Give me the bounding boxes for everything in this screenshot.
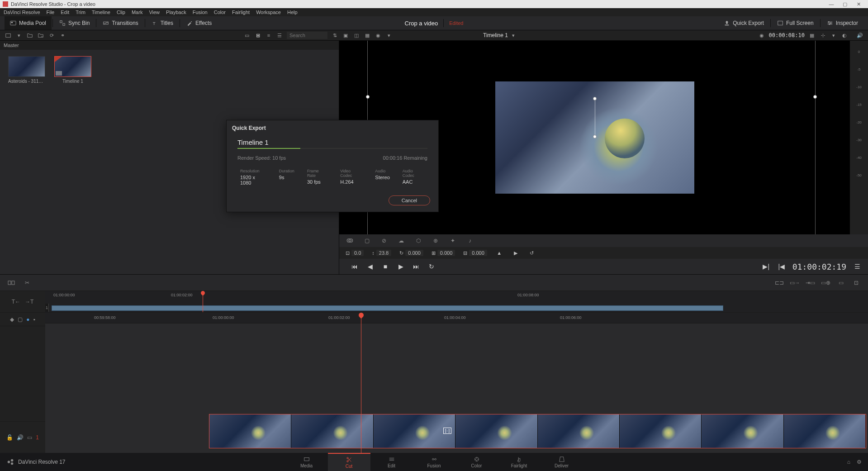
- video-track-icon[interactable]: ▭: [27, 434, 32, 441]
- menu-color[interactable]: Color: [214, 10, 226, 15]
- minimize-button[interactable]: —: [825, 1, 838, 7]
- folder-add-icon[interactable]: +: [37, 32, 44, 39]
- page-media[interactable]: Media: [285, 453, 328, 471]
- dynamic-zoom-icon[interactable]: ⊘: [380, 237, 388, 245]
- search-input[interactable]: [287, 32, 327, 39]
- timeline-dropdown-label[interactable]: Timeline 1: [483, 32, 508, 38]
- page-fusion[interactable]: Fusion: [413, 453, 455, 471]
- loop-button[interactable]: ↻: [427, 262, 436, 271]
- inspector-button[interactable]: Inspector: [821, 20, 863, 26]
- mini-playhead[interactable]: [203, 291, 203, 312]
- clip-thumbnail[interactable]: Asteroids - 31105...: [8, 56, 45, 84]
- transitions-button[interactable]: Transitions: [97, 16, 143, 30]
- jump-start-button[interactable]: ⏮: [350, 262, 359, 271]
- reset-icon[interactable]: ↺: [528, 249, 536, 257]
- rotation-value[interactable]: 0.000: [405, 250, 423, 256]
- link-icon[interactable]: ⚭: [59, 32, 66, 39]
- menu-edit[interactable]: Edit: [61, 10, 69, 15]
- settings-icon[interactable]: ⚙: [857, 459, 862, 465]
- chevron-down-icon[interactable]: ▾: [385, 32, 393, 39]
- sync-icon[interactable]: ●: [26, 316, 29, 323]
- source-overwrite-icon[interactable]: ⊡: [851, 277, 862, 288]
- page-cut[interactable]: Cut: [328, 453, 370, 471]
- mute-icon[interactable]: 🔊: [17, 434, 24, 441]
- append-icon[interactable]: ▭→: [789, 277, 800, 288]
- record-icon[interactable]: ◉: [375, 32, 382, 39]
- sort-icon[interactable]: ⇅: [331, 32, 338, 39]
- view-grid-icon[interactable]: ⊞: [254, 32, 261, 39]
- transform-icon[interactable]: ▢: [363, 237, 371, 245]
- play-reverse-button[interactable]: ◀: [365, 262, 375, 271]
- menu-fusion[interactable]: Fusion: [193, 10, 208, 15]
- crop-icon[interactable]: ↂ: [346, 237, 354, 245]
- flip-h-icon[interactable]: ▲: [495, 249, 503, 257]
- cancel-button[interactable]: Cancel: [389, 195, 430, 205]
- sync-bin-button[interactable]: Sync Bin: [54, 16, 95, 30]
- menu-workspace[interactable]: Workspace: [256, 10, 281, 15]
- flag-icon[interactable]: ▢: [18, 316, 23, 323]
- dual-icon[interactable]: ◫: [353, 32, 360, 39]
- control-handle[interactable]: [366, 95, 370, 99]
- page-color[interactable]: Color: [455, 453, 498, 471]
- menu-fairlight[interactable]: Fairlight: [232, 10, 250, 15]
- eye-icon[interactable]: ◉: [758, 32, 765, 39]
- effects-button[interactable]: Effects: [181, 16, 217, 30]
- menu-davinci[interactable]: DaVinci Resolve: [4, 10, 40, 15]
- menu-trim[interactable]: Trim: [76, 10, 85, 15]
- refresh-icon[interactable]: ⟳: [48, 32, 55, 39]
- boring-detector-icon[interactable]: [6, 277, 17, 288]
- import-icon[interactable]: [5, 32, 12, 39]
- play-button[interactable]: ▶: [396, 262, 405, 271]
- chevron-down-icon[interactable]: ▾: [510, 32, 517, 39]
- speed-icon[interactable]: ☁: [397, 237, 405, 245]
- view-detail-icon[interactable]: ☰: [276, 32, 283, 39]
- playhead[interactable]: [361, 313, 361, 453]
- safe-area-icon[interactable]: ▦: [808, 32, 816, 39]
- stop-button[interactable]: ■: [381, 262, 390, 271]
- angle-value[interactable]: 23.8: [376, 250, 391, 256]
- film-icon[interactable]: ▣: [342, 32, 349, 39]
- timeline-tracks[interactable]: 00:59:58:00 01:00:00:00 01:00:02:00 01:0…: [45, 313, 868, 453]
- y-value[interactable]: 0.000: [469, 250, 487, 256]
- zoom-value[interactable]: 0.0: [351, 250, 364, 256]
- lock-track-icon[interactable]: 🔓: [6, 434, 13, 441]
- place-top-icon[interactable]: ▭: [835, 277, 846, 288]
- bypass-icon[interactable]: ◐: [841, 32, 848, 39]
- menu-timeline[interactable]: Timeline: [92, 10, 110, 15]
- menu-icon[interactable]: ☰: [853, 262, 862, 271]
- media-pool-button[interactable]: Media Pool: [5, 16, 52, 30]
- ripple-icon[interactable]: ⇥▭: [805, 277, 816, 288]
- menu-help[interactable]: Help: [287, 10, 298, 15]
- next-edit-button[interactable]: ▶|: [762, 262, 771, 271]
- tool-b-icon[interactable]: →T: [25, 299, 33, 305]
- control-handle[interactable]: [813, 95, 817, 99]
- color-icon[interactable]: ✦: [449, 237, 457, 245]
- lock-icon[interactable]: ▪: [33, 316, 35, 323]
- close-button[interactable]: ✕: [852, 1, 865, 7]
- master-bin-label[interactable]: Master: [0, 41, 339, 50]
- control-handle[interactable]: [593, 135, 597, 138]
- control-handle[interactable]: [593, 97, 597, 100]
- chevron-down-icon[interactable]: ▾: [15, 32, 23, 39]
- grid-icon[interactable]: ▦: [364, 32, 371, 39]
- menu-mark[interactable]: Mark: [132, 10, 142, 15]
- view-strip-icon[interactable]: ▭: [243, 32, 251, 39]
- guides-icon[interactable]: ⊹: [819, 32, 826, 39]
- menu-clip[interactable]: Clip: [117, 10, 125, 15]
- folder-icon[interactable]: [26, 32, 33, 39]
- mini-timeline-track[interactable]: 01:00:00:00 01:00:02:00 01:00:08:00 1: [45, 291, 868, 312]
- page-fairlight[interactable]: Fairlight: [498, 453, 541, 471]
- quick-export-button[interactable]: Quick Export: [718, 20, 769, 26]
- view-list-icon[interactable]: ≡: [265, 32, 272, 39]
- full-screen-button[interactable]: Full Screen: [772, 20, 819, 26]
- stabilize-icon[interactable]: ⬡: [414, 237, 422, 245]
- close-up-icon[interactable]: ▭⊕: [820, 277, 831, 288]
- tool-a-icon[interactable]: T←: [12, 299, 20, 305]
- scissors-icon[interactable]: ✂: [22, 277, 33, 288]
- timeline-ruler[interactable]: 00:59:58:00 01:00:00:00 01:00:02:00 01:0…: [45, 313, 868, 324]
- audio-icon[interactable]: ♪: [466, 237, 474, 245]
- speaker-icon[interactable]: 🔊: [856, 32, 863, 39]
- prev-edit-button[interactable]: |◀: [777, 262, 786, 271]
- mini-clip[interactable]: [52, 305, 723, 311]
- flip-v-icon[interactable]: ▶: [512, 249, 520, 257]
